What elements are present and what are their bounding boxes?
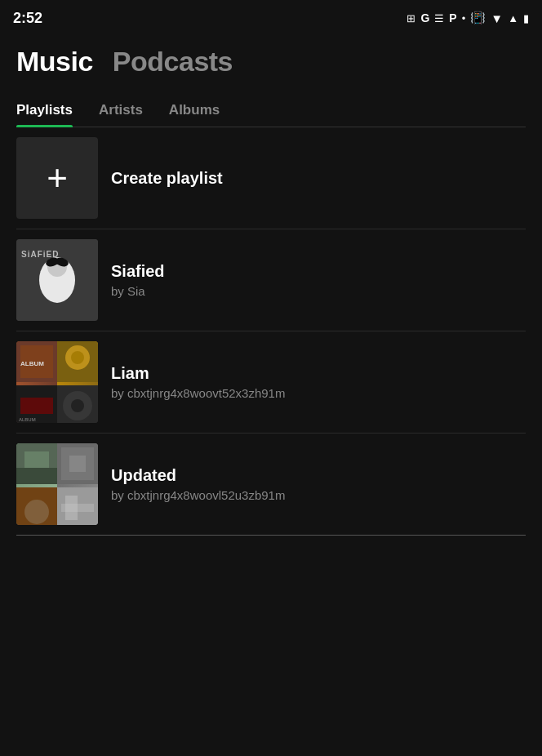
tab-music[interactable]: Music: [16, 46, 93, 78]
tab-albums[interactable]: Albums: [169, 94, 220, 127]
tab-artists[interactable]: Artists: [99, 94, 143, 127]
plus-icon: +: [47, 160, 68, 196]
siafied-art: SiAFiED: [16, 239, 98, 321]
svg-point-12: [71, 351, 84, 364]
tab-playlists[interactable]: Playlists: [16, 94, 73, 127]
svg-rect-21: [24, 451, 49, 468]
list-item[interactable]: + Create playlist: [16, 127, 526, 229]
updated-thumb: [16, 443, 98, 525]
list-item[interactable]: SiAFiED SiAFiED Siafied by Sia: [16, 229, 526, 331]
playlist-info: Siafied by Sia: [111, 262, 165, 298]
playlist-info: Create playlist: [111, 169, 223, 188]
clipboard-icon: ☰: [434, 12, 444, 24]
svg-text:ALBUM: ALBUM: [20, 360, 44, 367]
playlist-name: Siafied: [111, 262, 165, 281]
svg-rect-29: [65, 496, 78, 520]
svg-rect-14: [20, 398, 53, 414]
playlist-name: Updated: [111, 466, 285, 485]
svg-text:ALBUM: ALBUM: [19, 417, 36, 422]
svg-rect-24: [69, 456, 86, 472]
playlist-info: Liam by cbxtjnrg4x8woovt52x3zh91m: [111, 364, 285, 400]
status-time: 2:52: [13, 10, 42, 27]
list-item[interactable]: Updated by cbxtjnrg4x8woovl52u3zb91m: [16, 434, 526, 536]
create-playlist-thumb: +: [16, 137, 98, 219]
playlist-name: Create playlist: [111, 169, 223, 188]
sub-tabs: Playlists Artists Albums: [16, 94, 526, 127]
dot-icon: •: [462, 12, 466, 24]
list-item[interactable]: ALBUM ALBUM: [16, 331, 526, 434]
header-tabs: Music Podcasts: [16, 46, 526, 78]
updated-thumb-cell-4: [57, 487, 98, 525]
siafied-thumb: SiAFiED SiAFiED: [16, 239, 98, 321]
playlist-sub: by cbxtjnrg4x8woovt52x3zh91m: [111, 386, 285, 400]
updated-thumb-cell-2: [57, 443, 98, 487]
wifi-icon: ▼: [491, 11, 503, 25]
playlist-list: + Create playlist SiAFiED SiAFiED Siafie…: [0, 127, 542, 536]
tab-podcasts[interactable]: Podcasts: [113, 46, 233, 78]
svg-point-26: [24, 500, 49, 524]
status-icons: ⊞ G ☰ P • 📳 ▼ ▲ ▮: [406, 11, 529, 25]
header: Music Podcasts Playlists Artists Albums: [0, 33, 542, 127]
playlist-sub: by Sia: [111, 284, 165, 298]
liam-thumb-cell-4: [57, 385, 98, 423]
liam-thumb-cell-2: [57, 341, 98, 385]
liam-thumb-cell-3: ALBUM: [16, 385, 57, 423]
svg-text:SiAFiED: SiAFiED: [21, 250, 59, 259]
svg-point-18: [71, 399, 84, 412]
status-bar: 2:52 ⊞ G ☰ P • 📳 ▼ ▲ ▮: [0, 0, 542, 33]
updated-thumb-cell-1: [16, 443, 57, 487]
playlist-sub: by cbxtjnrg4x8woovl52u3zb91m: [111, 488, 285, 502]
updated-thumb-cell-3: [16, 487, 57, 525]
vibrate-icon: 📳: [470, 11, 486, 25]
playlist-name: Liam: [111, 364, 285, 383]
google-icon: G: [420, 11, 429, 24]
signal-icon: ▲: [508, 12, 518, 24]
battery-icon: ▮: [523, 12, 529, 24]
svg-point-6: [55, 260, 60, 265]
liam-thumb-cell-1: ALBUM: [16, 341, 57, 385]
liam-thumb: ALBUM ALBUM: [16, 341, 98, 423]
svg-rect-20: [16, 468, 57, 484]
parking-icon: P: [449, 11, 456, 24]
photos-icon: ⊞: [406, 12, 415, 24]
playlist-info: Updated by cbxtjnrg4x8woovl52u3zb91m: [111, 466, 285, 502]
